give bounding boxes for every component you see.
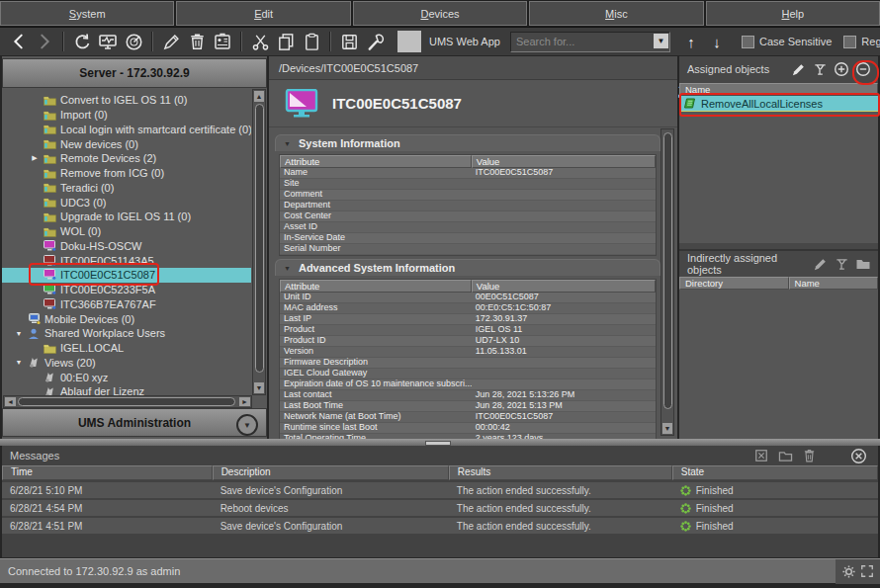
folder-icon[interactable] — [852, 255, 874, 273]
delete-messages-icon[interactable] — [797, 448, 821, 463]
gear-icon[interactable] — [841, 564, 856, 579]
expand-circle-button[interactable]: ▼ — [236, 414, 258, 436]
tree-item[interactable]: Teradici (0) — [2, 181, 251, 196]
delete-trash-button[interactable] — [184, 30, 210, 53]
section-advanced-system-information[interactable]: ▼ Advanced System Information — [275, 259, 660, 276]
table-row[interactable]: Runtime since last Boot00:00:42 — [280, 423, 656, 434]
tree-item[interactable]: Convert to IGEL OS 11 (0) — [2, 93, 251, 108]
cut-scissors-button[interactable] — [247, 30, 273, 53]
tree-item[interactable]: 00:E0 xyz — [2, 370, 251, 384]
filter-funnel-icon[interactable] — [809, 60, 831, 78]
checkbox-case-sensitive[interactable]: Case Sensitive — [742, 36, 832, 48]
message-row[interactable]: 6/28/21 5:10 PMSave device's Configurati… — [2, 482, 878, 498]
table-row[interactable]: Comment — [280, 190, 656, 201]
tree-item[interactable]: ITC00E0C51143A5 — [2, 253, 251, 268]
table-row[interactable]: Serial Number — [280, 244, 656, 255]
horizontal-splitter[interactable] — [0, 439, 880, 446]
main-vertical-scrollbar[interactable]: ▼ — [660, 128, 674, 436]
scroll-left-button[interactable]: ◄ — [5, 397, 16, 406]
tree-item[interactable]: ITC00E0C51C5087 — [2, 268, 251, 283]
profile-card-button[interactable] — [210, 30, 235, 53]
search-prev-button[interactable]: ↑ — [678, 30, 704, 53]
message-row[interactable]: 6/28/21 4:51 PMSave device's Configurati… — [2, 518, 878, 534]
scroll-down-button[interactable]: ▼ — [662, 423, 672, 434]
column-value[interactable]: Value — [472, 280, 656, 293]
table-row[interactable]: IGEL Cloud Gateway — [280, 369, 656, 379]
tree-item[interactable]: New devices (0) — [2, 136, 251, 151]
table-row[interactable]: Last IP172.30.91.37 — [280, 314, 656, 325]
app-square-button[interactable] — [397, 31, 421, 52]
tree-item[interactable]: ▼Views (20) — [2, 356, 251, 371]
tree-item[interactable]: Import (0) — [2, 108, 251, 123]
tree-item[interactable]: Mobile Devices (0) — [2, 311, 251, 326]
scrollbar-thumb[interactable] — [18, 397, 235, 406]
column-attribute[interactable]: Attribute — [280, 280, 472, 293]
forward-button[interactable] — [32, 30, 57, 53]
search-next-button[interactable]: ↓ — [704, 30, 730, 53]
scan-radar-button[interactable] — [121, 30, 146, 53]
menu-edit[interactable]: Edit — [176, 1, 350, 26]
column-value[interactable]: Value — [472, 155, 656, 168]
scroll-up-button[interactable]: ▲ — [254, 91, 264, 102]
tree-item[interactable]: WOL (0) — [2, 224, 251, 239]
edit-pencil-button[interactable] — [158, 30, 184, 53]
table-row[interactable]: Unit ID00E0C51C5087 — [280, 293, 656, 303]
ums-administration-footer[interactable]: UMS Administration ▼ — [2, 408, 267, 437]
tree-item[interactable]: ITC366B7EA767AF — [2, 297, 251, 312]
tree-item[interactable]: ITC00E0C5233F5A — [2, 283, 251, 297]
table-row[interactable]: NameITC00E0C51C5087 — [280, 168, 656, 179]
device-monitor-button[interactable] — [95, 30, 121, 53]
checkbox-regex[interactable]: Regex — [843, 36, 880, 48]
table-row[interactable]: Site — [280, 179, 656, 190]
copy-button[interactable] — [273, 30, 299, 53]
scroll-down-button[interactable]: ▼ — [254, 382, 264, 393]
table-row[interactable]: Last contactJun 28, 2021 5:13:26 PM — [280, 390, 656, 401]
chevron-right-icon[interactable]: ▶ — [30, 154, 40, 162]
scrollbar-thumb[interactable] — [663, 132, 672, 409]
search-input[interactable] — [511, 33, 669, 51]
folder-icon[interactable] — [773, 448, 797, 463]
remove-assignment-button[interactable] — [852, 60, 874, 78]
column-attribute[interactable]: Attribute — [280, 155, 472, 168]
menu-devices[interactable]: Devices — [353, 1, 527, 26]
save-button[interactable] — [336, 30, 362, 53]
tree-item[interactable]: Upgrade to IGEL OS 11 (0) — [2, 210, 251, 224]
back-button[interactable] — [6, 30, 32, 53]
scrollbar-thumb[interactable] — [255, 104, 264, 373]
table-row[interactable]: Network Name (at Boot Time)ITC00E0C51C50… — [280, 412, 656, 423]
tree-horizontal-scrollbar[interactable]: ◄ ► — [3, 395, 252, 408]
refresh-button[interactable] — [69, 30, 95, 53]
tree-item[interactable]: UDC3 (0) — [2, 195, 251, 210]
settings-wrench-button[interactable] — [362, 30, 388, 53]
table-row[interactable]: Cost Center — [280, 211, 656, 222]
table-row[interactable]: Department — [280, 201, 656, 211]
tree-item[interactable]: ▶Remote Devices (2) — [2, 151, 251, 166]
edit-pencil-icon[interactable] — [809, 255, 831, 273]
edit-pencil-icon[interactable] — [787, 60, 809, 78]
chevron-down-icon[interactable]: ▼ — [14, 330, 24, 337]
table-row[interactable]: Version11.05.133.01 — [280, 347, 656, 358]
tree-item[interactable]: Local login with smartcard certificate (… — [2, 123, 251, 137]
close-messages-button[interactable] — [846, 448, 870, 463]
table-row[interactable]: Firmware Description — [280, 358, 656, 369]
menu-system[interactable]: System — [0, 1, 174, 26]
table-row[interactable]: Last Boot TimeJun 28, 2021 5:13 PM — [280, 401, 656, 412]
table-row[interactable]: Expiration date of OS 10 maintenance sub… — [280, 379, 656, 390]
tree-vertical-scrollbar[interactable]: ▲ ▼ — [252, 89, 266, 395]
message-row[interactable]: 6/28/21 4:54 PMReboot devicesThe action … — [2, 500, 878, 516]
menu-misc[interactable]: Misc — [529, 1, 703, 26]
tree-item[interactable]: Ablauf der Lizenz — [2, 384, 251, 395]
clear-message-icon[interactable] — [749, 448, 773, 463]
tree-item[interactable]: ▼Shared Workplace Users — [2, 326, 251, 341]
assigned-object-row[interactable]: RemoveAllLocalLicenses — [679, 96, 878, 112]
expand-corners-icon[interactable] — [860, 564, 874, 578]
add-assignment-button[interactable] — [831, 60, 852, 78]
table-row[interactable]: MAC address00:E0:C5:1C:50:87 — [280, 303, 656, 314]
table-row[interactable]: In-Service Date — [280, 233, 656, 244]
table-row[interactable]: Product IDUD7-LX 10 — [280, 336, 656, 347]
section-system-information[interactable]: ▼ System Information — [275, 134, 660, 151]
paste-clipboard-button[interactable] — [299, 30, 324, 53]
chevron-down-icon[interactable]: ▼ — [14, 359, 24, 366]
menu-help[interactable]: Help — [706, 1, 880, 26]
table-row[interactable]: Asset ID — [280, 222, 656, 233]
